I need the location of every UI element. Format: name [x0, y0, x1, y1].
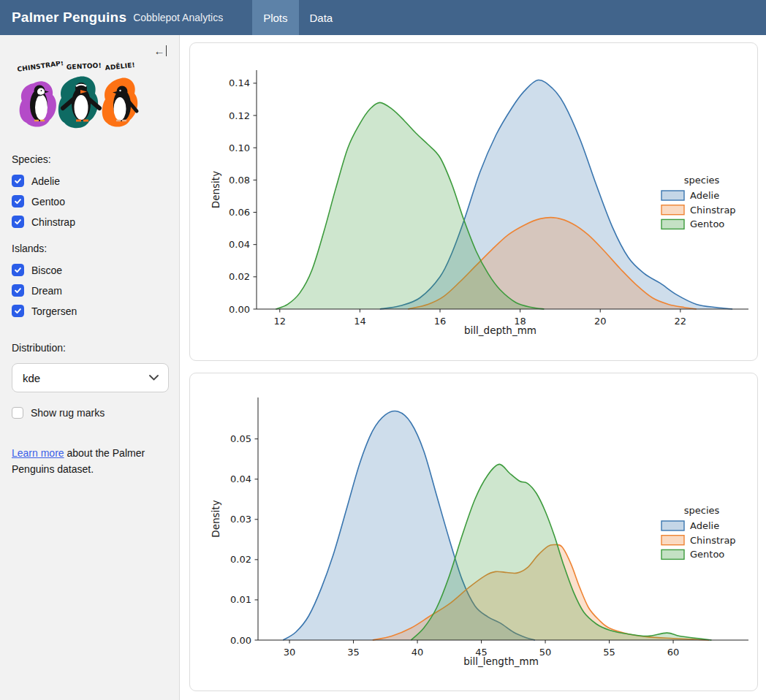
- main-content: 1214161820220.000.020.040.060.080.100.12…: [180, 35, 766, 700]
- checkbox-adelie[interactable]: Adelie: [12, 175, 169, 187]
- y-tick-label: 0.06: [229, 207, 250, 218]
- x-tick-label: 30: [284, 647, 296, 658]
- artwork-adelie: ADĒLIE!: [102, 61, 138, 127]
- bill-depth-kde-chart: 1214161820220.000.020.040.060.080.100.12…: [190, 43, 757, 360]
- islands-label: Islands:: [12, 243, 169, 254]
- legend-patch-adelie: [661, 521, 684, 530]
- legend-label-adelie: Adelie: [690, 520, 719, 531]
- x-tick-label: 16: [434, 316, 447, 327]
- checkbox-label: Adelie: [31, 175, 60, 187]
- tab-data[interactable]: Data: [299, 0, 344, 35]
- checked-checkbox-icon[interactable]: [12, 216, 24, 228]
- y-tick-label: 0.03: [230, 514, 251, 525]
- penguins-artwork: CHINSTRAP! GENTOO!: [12, 61, 169, 134]
- y-tick-label: 0.04: [230, 473, 251, 484]
- checked-checkbox-icon[interactable]: [12, 175, 24, 187]
- artwork-chinstrap: CHINSTRAP!: [17, 61, 64, 127]
- sidebar: ← CHINSTRAP!: [0, 35, 180, 700]
- y-tick-label: 0.00: [230, 635, 251, 646]
- y-tick-label: 0.10: [229, 142, 250, 153]
- x-tick-label: 55: [603, 647, 615, 658]
- x-tick-label: 60: [667, 647, 680, 658]
- legend-label-adelie: Adelie: [690, 190, 719, 201]
- bill-length-card: 303540455055600.000.010.020.030.040.05bi…: [189, 373, 758, 691]
- y-tick-label: 0.00: [229, 304, 250, 315]
- legend-title: species: [684, 505, 720, 516]
- checked-checkbox-icon[interactable]: [12, 264, 24, 276]
- x-axis-label: bill_length_mm: [463, 655, 539, 667]
- adelie-label: ADĒLIE!: [105, 61, 135, 72]
- nav-tabs: PlotsData: [252, 0, 344, 35]
- rug-checkbox-row[interactable]: Show rug marks: [12, 407, 169, 419]
- species-checkbox-group: AdelieGentooChinstrap: [12, 175, 169, 228]
- checkbox-label: Dream: [31, 285, 62, 297]
- checked-checkbox-icon[interactable]: [12, 284, 24, 297]
- checked-checkbox-icon[interactable]: [12, 195, 24, 208]
- y-tick-label: 0.05: [230, 433, 251, 444]
- y-tick-label: 0.04: [229, 239, 250, 250]
- checkbox-gentoo[interactable]: Gentoo: [12, 195, 169, 208]
- tab-plots[interactable]: Plots: [252, 0, 298, 35]
- islands-checkbox-group: BiscoeDreamTorgersen: [12, 264, 169, 317]
- rug-checkbox[interactable]: [12, 407, 23, 419]
- checkbox-label: Torgersen: [31, 305, 77, 317]
- navbar: Palmer Penguins Cobblepot Analytics Plot…: [0, 0, 766, 35]
- x-tick-label: 35: [347, 647, 360, 658]
- y-tick-label: 0.02: [230, 554, 251, 565]
- checkbox-chinstrap[interactable]: Chinstrap: [12, 216, 169, 228]
- x-tick-label: 20: [594, 316, 607, 327]
- legend-patch-chinstrap: [661, 205, 684, 215]
- chinstrap-label: CHINSTRAP!: [17, 61, 64, 73]
- distribution-label: Distribution:: [12, 342, 169, 354]
- checkbox-biscoe[interactable]: Biscoe: [12, 264, 169, 276]
- legend-patch-chinstrap: [661, 536, 684, 545]
- collapse-bar-icon: [166, 45, 167, 56]
- x-tick-label: 14: [354, 316, 366, 327]
- x-tick-label: 22: [675, 316, 687, 327]
- y-tick-label: 0.14: [229, 77, 250, 88]
- legend-patch-gentoo: [661, 219, 684, 229]
- app-body: ← CHINSTRAP!: [0, 35, 766, 700]
- learn-more-link[interactable]: Learn more: [12, 447, 64, 459]
- checkbox-label: Biscoe: [31, 265, 62, 276]
- legend-label-gentoo: Gentoo: [690, 218, 724, 229]
- distribution-select[interactable]: kde: [12, 363, 169, 392]
- legend: speciesAdelieChinstrapGentoo: [661, 505, 736, 560]
- checkbox-torgersen[interactable]: Torgersen: [12, 305, 169, 317]
- artwork-gentoo: GENTOO!: [58, 61, 102, 128]
- checkbox-label: Chinstrap: [31, 216, 75, 228]
- bill-depth-card: 1214161820220.000.020.040.060.080.100.12…: [189, 42, 758, 361]
- checked-checkbox-icon[interactable]: [12, 305, 24, 317]
- gentoo-label: GENTOO!: [67, 61, 102, 70]
- y-axis-label: Density: [210, 171, 221, 208]
- checkbox-dream[interactable]: Dream: [12, 284, 169, 297]
- distribution-selected-value: kde: [23, 372, 40, 384]
- app-title: Palmer Penguins: [12, 9, 126, 26]
- y-tick-label: 0.01: [230, 594, 251, 605]
- y-tick-label: 0.08: [229, 175, 250, 186]
- x-axis-label: bill_depth_mm: [464, 324, 536, 336]
- y-tick-label: 0.02: [229, 271, 250, 282]
- app-subtitle: Cobblepot Analytics: [133, 12, 223, 23]
- y-tick-label: 0.12: [229, 110, 250, 121]
- sidebar-collapse-button[interactable]: ←: [154, 45, 167, 56]
- y-axis-label: Density: [210, 500, 221, 537]
- legend-patch-adelie: [661, 191, 684, 200]
- legend-title: species: [684, 175, 720, 186]
- rug-checkbox-label: Show rug marks: [31, 407, 105, 419]
- tab-label: Data: [310, 12, 333, 24]
- x-tick-label: 40: [412, 647, 424, 658]
- learn-more-text: Learn more about the Palmer Penguins dat…: [12, 445, 162, 477]
- legend-label-chinstrap: Chinstrap: [690, 205, 736, 216]
- checkbox-label: Gentoo: [31, 196, 65, 208]
- legend-patch-gentoo: [661, 549, 684, 559]
- tab-label: Plots: [263, 12, 287, 24]
- species-label: Species:: [12, 153, 169, 165]
- bill-length-kde-chart: 303540455055600.000.010.020.030.040.05bi…: [190, 373, 757, 691]
- legend-label-chinstrap: Chinstrap: [690, 535, 736, 546]
- brand: Palmer Penguins Cobblepot Analytics: [0, 0, 223, 35]
- legend-label-gentoo: Gentoo: [690, 549, 724, 560]
- x-tick-label: 50: [539, 647, 552, 658]
- legend: speciesAdelieChinstrapGentoo: [661, 175, 736, 229]
- chevron-down-icon: [149, 375, 159, 381]
